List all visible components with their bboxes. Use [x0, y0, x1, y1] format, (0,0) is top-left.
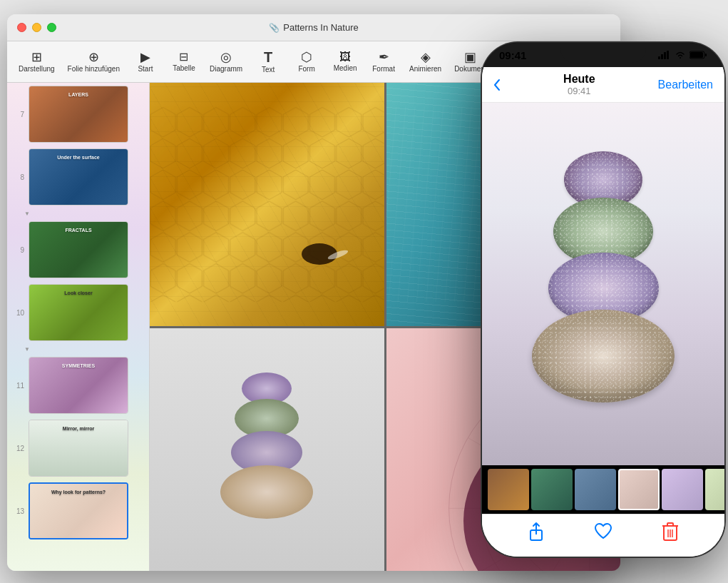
slide-10-label: Look closer — [29, 290, 128, 295]
slide-thumb-11[interactable]: SYMMETRIES — [29, 357, 128, 414]
text-label: Text — [262, 66, 275, 73]
format-label: Format — [372, 65, 395, 73]
chevron-down-icon-2: ▼ — [24, 346, 30, 353]
tabelle-icon: ⊟ — [179, 51, 188, 63]
toolbar-format[interactable]: ✒ Format — [365, 48, 402, 76]
status-time: 09:41 — [499, 49, 526, 61]
section-label-9: ▼ — [7, 208, 149, 218]
medien-icon: 🖼 — [339, 51, 351, 63]
chevron-down-icon: ▼ — [24, 211, 30, 217]
slide-number-12: 12 — [11, 445, 24, 452]
thumbnail-6[interactable] — [705, 469, 724, 510]
darstellung-label: Darstellung — [19, 65, 55, 73]
minimize-button[interactable] — [32, 23, 41, 32]
toolbar-medien[interactable]: 🖼 Medien — [327, 49, 364, 75]
tabelle-label: Tabelle — [173, 64, 195, 72]
slide-number-11: 11 — [11, 382, 24, 390]
slide-item-13[interactable]: 13 Why look for patterns? — [7, 480, 149, 542]
iphone-notch-area: 09:41 — [482, 43, 724, 67]
slide-11-label: SYMMETRIES — [29, 363, 128, 368]
slide-item-10[interactable]: 10 Look closer — [7, 281, 149, 344]
toolbar-darstellung[interactable]: ⊞ Darstellung — [13, 48, 61, 76]
slide-thumb-9[interactable]: FRACTALS — [29, 221, 128, 278]
medien-label: Medien — [334, 64, 357, 72]
folie-icon: ⊕ — [88, 51, 99, 64]
slide-thumb-8[interactable]: Under the surface — [29, 148, 128, 206]
form-label: Form — [298, 65, 314, 73]
photos-back-button[interactable] — [493, 78, 501, 91]
window-title: 📎 Patterns In Nature — [269, 22, 359, 33]
photos-time-sub: 09:41 — [501, 86, 658, 96]
thumbnail-3[interactable] — [575, 469, 616, 510]
slide-number-13: 13 — [11, 507, 24, 515]
iphone-screen: Heute 09:41 Bearbeiten — [482, 67, 724, 557]
signal-icon — [658, 51, 671, 59]
wifi-icon — [675, 51, 686, 59]
start-icon: ▶ — [140, 51, 150, 64]
slide-9-label: FRACTALS — [29, 228, 128, 233]
slide-number-10: 10 — [11, 309, 24, 317]
honeycomb-svg — [150, 83, 384, 326]
title-text: Patterns In Nature — [283, 22, 359, 33]
animieren-label: Animieren — [409, 65, 441, 73]
slide-thumb-12[interactable]: Mirror, mirror — [29, 420, 128, 477]
trash-icon — [662, 522, 679, 542]
thumbnail-1[interactable] — [488, 469, 529, 510]
maximize-button[interactable] — [47, 23, 56, 32]
slide-8-label: Under the surface — [29, 155, 128, 160]
heart-icon — [593, 522, 613, 541]
toolbar-folie[interactable]: ⊕ Folie hinzufügen — [62, 48, 125, 76]
photos-nav: Heute 09:41 Bearbeiten — [493, 73, 713, 96]
title-bar: 📎 Patterns In Nature — [7, 14, 620, 41]
photos-edit-button[interactable]: Bearbeiten — [658, 78, 713, 91]
start-label: Start — [138, 65, 153, 73]
slide-item-7[interactable]: 7 LAYERS — [7, 83, 149, 146]
format-icon: ✒ — [379, 51, 389, 64]
thumbnail-5[interactable] — [662, 469, 703, 510]
slide-item-11[interactable]: 11 SYMMETRIES — [7, 354, 149, 417]
slide-12-label: Mirror, mirror — [29, 426, 128, 431]
diagramm-icon: ◎ — [220, 51, 232, 64]
slide-7-label: LAYERS — [29, 92, 128, 97]
title-icon: 📎 — [269, 23, 280, 33]
slide-13-label: Why look for patterns? — [30, 490, 127, 495]
share-button[interactable] — [528, 522, 545, 544]
toolbar-form[interactable]: ⬡ Form — [288, 48, 325, 76]
photos-date-title: Heute — [501, 73, 658, 86]
slide-item-12[interactable]: 12 Mirror, mirror — [7, 417, 149, 480]
urchin-stack-group — [220, 372, 313, 519]
trash-button[interactable] — [662, 522, 679, 544]
toolbar-animieren[interactable]: ◈ Animieren — [404, 48, 447, 76]
slide-thumb-7[interactable]: LAYERS — [29, 86, 128, 143]
slide-panel[interactable]: 7 LAYERS 8 Under the surface ▼ — [7, 83, 150, 571]
photos-header: Heute 09:41 Bearbeiten — [482, 67, 724, 103]
text-icon: T — [264, 50, 272, 64]
slide-item-8[interactable]: 8 Under the surface — [7, 146, 149, 208]
diagramm-label: Diagramm — [210, 65, 242, 73]
slide-thumb-10[interactable]: Look closer — [29, 284, 128, 341]
toolbar-text[interactable]: T Text — [250, 47, 287, 76]
toolbar-start[interactable]: ▶ Start — [127, 48, 164, 76]
slide-item-9[interactable]: 9 FRACTALS — [7, 218, 149, 281]
svg-rect-22 — [664, 52, 666, 59]
toolbar-diagramm[interactable]: ◎ Diagramm — [204, 48, 248, 76]
svg-rect-1 — [150, 106, 384, 302]
thumbnail-4-active[interactable] — [618, 469, 660, 510]
heart-button[interactable] — [593, 522, 613, 543]
form-icon: ⬡ — [301, 51, 312, 64]
section-label-11: ▼ — [7, 344, 149, 354]
svg-rect-31 — [667, 523, 673, 526]
folie-label: Folie hinzufügen — [68, 65, 120, 73]
close-button[interactable] — [17, 23, 26, 32]
slide-number-8: 8 — [11, 173, 24, 181]
slide-cell-urchin-stack[interactable] — [150, 328, 384, 572]
thumbnail-2[interactable] — [531, 469, 573, 510]
slide-thumb-13[interactable]: Why look for patterns? — [29, 482, 128, 539]
slide-cell-bee[interactable] — [150, 83, 384, 326]
thumbnail-strip[interactable] — [482, 465, 724, 514]
photos-main-image[interactable] — [482, 103, 724, 465]
iphone: 09:41 — [482, 43, 724, 557]
iphone-bottom-toolbar — [482, 514, 724, 557]
share-icon — [528, 522, 545, 542]
toolbar-tabelle[interactable]: ⊟ Tabelle — [165, 49, 202, 75]
